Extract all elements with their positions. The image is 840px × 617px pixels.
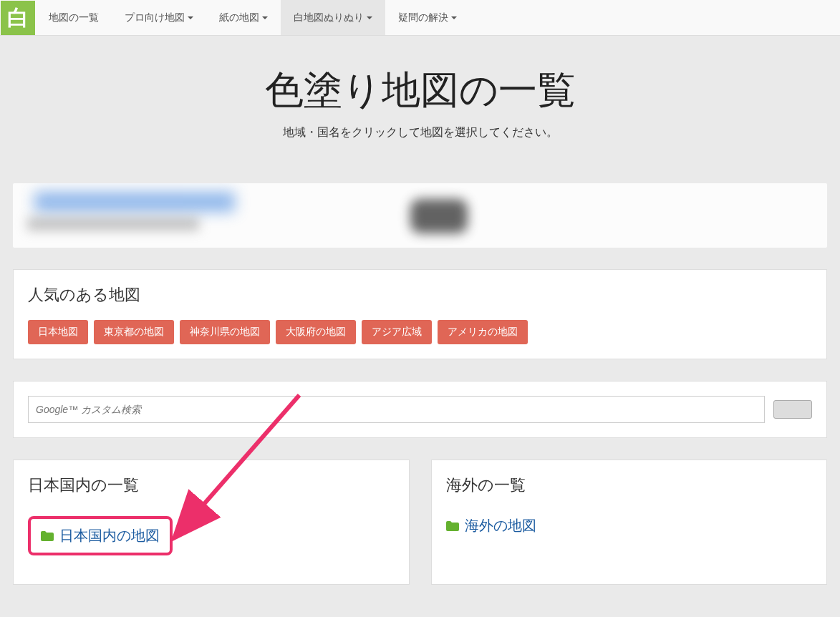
chevron-down-icon [451,16,457,19]
chevron-down-icon [367,16,372,19]
pill-japan[interactable]: 日本地図 [28,320,88,344]
domestic-heading: 日本国内の一覧 [28,475,395,496]
folder-icon [41,531,55,541]
pill-osaka[interactable]: 大阪府の地図 [276,320,356,344]
nav-nurinuri[interactable]: 白地図ぬりぬり [281,0,385,35]
popular-pill-row: 日本地図 東京都の地図 神奈川県の地図 大阪府の地図 アジア広域 アメリカの地図 [28,320,812,344]
search-button[interactable] [773,400,812,419]
nav-label: 疑問の解決 [398,11,448,24]
page-subtitle: 地域・国名をクリックして地図を選択してください。 [13,125,827,140]
popular-heading: 人気のある地図 [28,284,812,306]
nav-paper-map[interactable]: 紙の地図 [206,0,281,35]
overseas-heading: 海外の一覧 [446,475,813,496]
brand-logo[interactable]: 白 [1,1,35,35]
highlight-callout: 日本国内の地図 [28,516,173,555]
overseas-map-link[interactable]: 海外の地図 [446,516,813,535]
nav-faq[interactable]: 疑問の解決 [385,0,470,35]
domestic-map-link[interactable]: 日本国内の地図 [41,526,160,545]
folder-icon [446,521,460,531]
pill-america[interactable]: アメリカの地図 [438,320,528,344]
pill-kanagawa[interactable]: 神奈川県の地図 [180,320,270,344]
search-input[interactable] [28,396,765,423]
popular-panel: 人気のある地図 日本地図 東京都の地図 神奈川県の地図 大阪府の地図 アジア広域… [13,269,827,359]
nav-label: 紙の地図 [219,11,259,24]
domestic-panel: 日本国内の一覧 日本国内の地図 [13,460,410,585]
overseas-panel: 海外の一覧 海外の地図 [431,460,828,585]
chevron-down-icon [188,16,193,19]
page-title: 色塗り地図の一覧 [13,64,827,117]
nav-map-list[interactable]: 地図の一覧 [36,0,112,35]
pill-tokyo[interactable]: 東京都の地図 [94,320,174,344]
search-panel [13,381,827,438]
navbar: 白 地図の一覧 プロ向け地図 紙の地図 白地図ぬりぬり 疑問の解決 [0,0,840,36]
nav-label: 白地図ぬりぬり [294,11,364,24]
pill-asia[interactable]: アジア広域 [362,320,432,344]
link-label: 海外の地図 [465,516,536,535]
link-label: 日本国内の地図 [59,526,160,545]
nav-label: プロ向け地図 [125,11,185,24]
ad-banner [13,183,827,248]
chevron-down-icon [262,16,268,19]
hero: 色塗り地図の一覧 地域・国名をクリックして地図を選択してください。 [13,36,827,183]
nav-label: 地図の一覧 [49,11,99,24]
nav-pro-map[interactable]: プロ向け地図 [112,0,206,35]
